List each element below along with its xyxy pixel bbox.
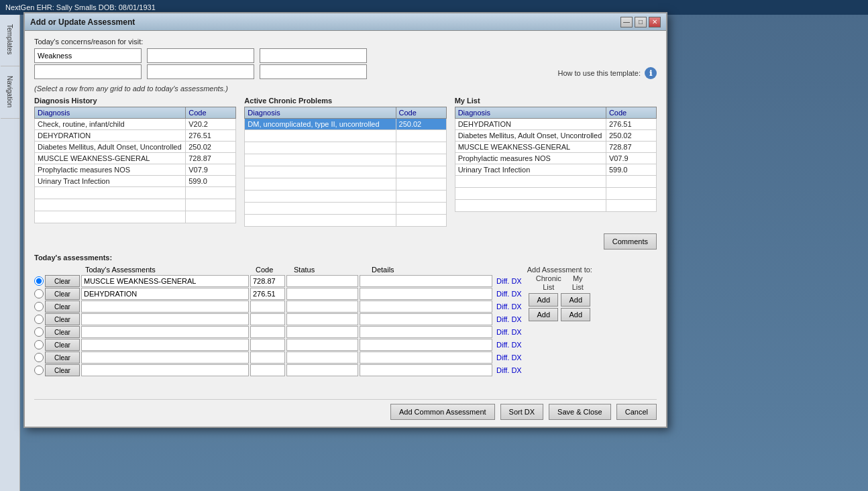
table-row[interactable]: Prophylactic measures NOS V07.9 xyxy=(35,164,236,176)
table-row[interactable]: DM, uncomplicated, type II, uncontrolled… xyxy=(245,119,446,130)
assess-code-4[interactable] xyxy=(250,313,285,325)
assess-details-1[interactable] xyxy=(360,275,492,287)
table-row[interactable]: Check, routine, infant/child V20.2 xyxy=(35,119,236,130)
assess-details-8[interactable] xyxy=(360,364,492,376)
clear-button-3[interactable]: Clear xyxy=(45,301,80,313)
table-row[interactable] xyxy=(455,176,656,188)
cancel-button[interactable]: Cancel xyxy=(616,404,657,420)
diff-dx-6[interactable]: Diff. DX xyxy=(496,341,522,349)
table-row[interactable] xyxy=(35,187,236,199)
table-row[interactable]: Urinary Tract Infection 599.0 xyxy=(455,164,656,176)
save-close-button[interactable]: Save & Close xyxy=(549,404,611,420)
assess-details-3[interactable] xyxy=(360,301,492,313)
assess-radio-1[interactable] xyxy=(34,276,44,286)
table-row[interactable] xyxy=(245,130,446,142)
assess-name-3[interactable] xyxy=(81,301,249,313)
assess-status-7[interactable] xyxy=(286,351,358,364)
diff-dx-2[interactable]: Diff. DX xyxy=(496,290,522,298)
assess-name-1[interactable] xyxy=(81,275,249,287)
assess-name-6[interactable] xyxy=(81,339,249,351)
assess-status-8[interactable] xyxy=(286,364,358,376)
assess-radio-4[interactable] xyxy=(34,315,44,324)
clear-button-2[interactable]: Clear xyxy=(45,288,80,300)
diff-dx-3[interactable]: Diff. DX xyxy=(496,303,522,311)
assess-details-7[interactable] xyxy=(360,351,492,364)
table-row[interactable]: Diabetes Mellitus, Adult Onset, Uncontro… xyxy=(455,130,656,142)
assess-radio-6[interactable] xyxy=(34,340,44,349)
table-row[interactable]: DEHYDRATION 276.51 xyxy=(35,130,236,142)
assess-code-3[interactable] xyxy=(250,301,285,313)
add-mylist-2[interactable]: Add xyxy=(561,308,590,321)
diff-dx-1[interactable]: Diff. DX xyxy=(496,277,522,285)
assess-code-8[interactable] xyxy=(250,364,285,376)
sidebar-item-navigation[interactable]: Navigation xyxy=(1,66,19,119)
assess-radio-3[interactable] xyxy=(34,302,44,311)
assess-details-5[interactable] xyxy=(360,326,492,338)
assess-status-4[interactable] xyxy=(286,313,358,325)
assess-status-6[interactable] xyxy=(286,339,358,351)
table-row[interactable] xyxy=(245,190,446,203)
clear-button-4[interactable]: Clear xyxy=(45,313,80,325)
assess-code-5[interactable] xyxy=(250,326,285,338)
assess-details-4[interactable] xyxy=(360,313,492,325)
concern-input-1[interactable] xyxy=(34,48,142,63)
clear-button-6[interactable]: Clear xyxy=(45,339,80,351)
table-row[interactable] xyxy=(245,203,446,215)
close-button[interactable]: ✕ xyxy=(649,17,661,28)
assess-radio-5[interactable] xyxy=(34,327,44,337)
table-row[interactable] xyxy=(455,188,656,200)
concern-input-1b[interactable] xyxy=(34,64,142,79)
table-row[interactable]: Prophylactic measures NOS V07.9 xyxy=(455,153,656,164)
assess-status-5[interactable] xyxy=(286,326,358,338)
diff-dx-7[interactable]: Diff. DX xyxy=(496,353,522,362)
table-row[interactable]: Urinary Tract Infection 599.0 xyxy=(35,176,236,187)
add-chronic-1[interactable]: Add xyxy=(529,293,558,307)
comments-button[interactable]: Comments xyxy=(604,233,657,250)
concern-input-2[interactable] xyxy=(147,48,254,63)
maximize-button[interactable]: □ xyxy=(635,17,647,28)
diff-dx-4[interactable]: Diff. DX xyxy=(496,315,522,323)
clear-button-1[interactable]: Clear xyxy=(45,275,80,287)
sidebar-item-templates[interactable]: Templates xyxy=(1,15,19,66)
clear-button-8[interactable]: Clear xyxy=(45,364,80,376)
add-chronic-2[interactable]: Add xyxy=(529,308,558,321)
table-row[interactable] xyxy=(245,142,446,154)
info-icon[interactable]: ℹ xyxy=(645,67,657,79)
minimize-button[interactable]: — xyxy=(620,17,633,28)
clear-button-5[interactable]: Clear xyxy=(45,326,80,338)
table-row[interactable]: Diabetes Mellitus, Adult Onset, Uncontro… xyxy=(35,142,236,153)
assess-name-5[interactable] xyxy=(81,326,249,338)
assess-radio-8[interactable] xyxy=(34,366,44,375)
assess-status-2[interactable] xyxy=(286,288,358,300)
assess-name-8[interactable] xyxy=(81,364,249,376)
assess-name-4[interactable] xyxy=(81,313,249,325)
clear-button-7[interactable]: Clear xyxy=(45,351,80,364)
table-row[interactable] xyxy=(245,178,446,190)
concern-input-3[interactable] xyxy=(260,48,367,63)
assess-code-7[interactable] xyxy=(250,351,285,364)
table-row[interactable] xyxy=(35,199,236,211)
table-row[interactable]: MUSCLE WEAKNESS-GENERAL 728.87 xyxy=(455,142,656,153)
table-row[interactable]: MUSCLE WEAKNESS-GENERAL 728.87 xyxy=(35,153,236,164)
table-row[interactable] xyxy=(245,154,446,166)
table-row[interactable] xyxy=(245,166,446,178)
assess-code-2[interactable] xyxy=(250,288,285,300)
table-row[interactable] xyxy=(245,215,446,227)
sort-dx-button[interactable]: Sort DX xyxy=(500,404,544,420)
add-mylist-1[interactable]: Add xyxy=(561,293,590,307)
diff-dx-5[interactable]: Diff. DX xyxy=(496,328,522,336)
assess-status-3[interactable] xyxy=(286,301,358,313)
assess-name-2[interactable] xyxy=(81,288,249,300)
diff-dx-8[interactable]: Diff. DX xyxy=(496,366,522,374)
assess-radio-7[interactable] xyxy=(34,353,44,362)
assess-details-2[interactable] xyxy=(360,288,492,300)
assess-radio-2[interactable] xyxy=(34,289,44,298)
assess-code-6[interactable] xyxy=(250,339,285,351)
concern-input-2b[interactable] xyxy=(147,64,254,79)
add-common-assessment-button[interactable]: Add Common Assessment xyxy=(390,404,495,420)
table-row[interactable] xyxy=(455,200,656,212)
assess-details-6[interactable] xyxy=(360,339,492,351)
assess-status-1[interactable] xyxy=(286,275,358,287)
table-row[interactable] xyxy=(35,211,236,223)
table-row[interactable]: DEHYDRATION 276.51 xyxy=(455,119,656,130)
